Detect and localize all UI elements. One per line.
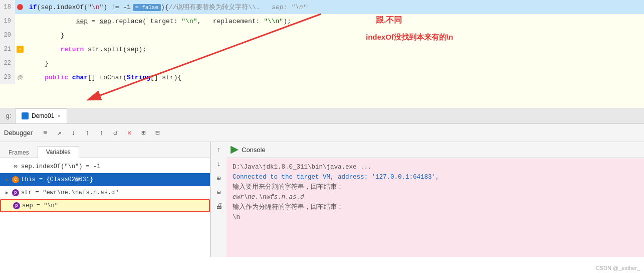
console-line-6: \n [233, 212, 638, 222]
code-content-21: return str.split(sep); [25, 46, 146, 53]
line-number-21: 21 [0, 42, 15, 56]
console-left-toolbar: ↑ ↓ ⊞ ⊟ 🖨 [210, 142, 227, 257]
tab-close-btn[interactable]: × [57, 113, 60, 119]
code-line-21: 21 ⚡ return str.split(sep); [0, 42, 644, 56]
console-label: Console [242, 146, 266, 154]
code-content-22: } [25, 60, 49, 67]
toolbar-watch-btn[interactable]: ⊟ [152, 127, 163, 139]
tab-frames[interactable]: Frames [0, 147, 38, 158]
toolbar-evaluate-btn[interactable]: ↺ [110, 127, 121, 139]
var-name-indexof: sep.indexOf("\n") = -1 [21, 163, 100, 170]
console-line-4: ewr\ne.\nwfs.n.as.d [233, 192, 638, 202]
line-icon-20 [15, 28, 25, 42]
var-name-sep: sep = "\n" [22, 202, 58, 209]
line-number-22: 22 [0, 56, 15, 70]
console-panel: Console D:\Java\jdk1.8.0_311\bin\java.ex… [227, 142, 644, 257]
toolbar-menu-btn[interactable]: ≡ [40, 127, 51, 139]
line-number-23: 23 [0, 70, 15, 84]
line-icon-21: ⚡ [15, 42, 25, 56]
line-icon-23: @ [15, 70, 25, 84]
tab-bar: g: Demo01 × [0, 108, 644, 124]
var-type-icon-sep: p [13, 202, 20, 209]
var-name-str: str = "ewr\ne.\nwfs.n.as.d" [21, 189, 118, 196]
debugger-label: Debugger [4, 129, 33, 136]
expand-icon-str: ▶ [4, 190, 10, 196]
watermark: CSDN @_esther_ [596, 265, 640, 271]
tab-name: Demo01 [32, 112, 54, 119]
toolbar-cross-btn[interactable]: ✕ [124, 127, 135, 139]
code-line-18: 18 if(sep.indexOf("\n") != -1= false){//… [0, 0, 644, 14]
console-fold-btn[interactable]: ⊞ [213, 172, 225, 184]
console-header: Console [227, 142, 644, 158]
toolbar-step-over-btn[interactable]: ↗ [54, 127, 65, 139]
code-content-18: if(sep.indexOf("\n") != -1= false){//说明有… [25, 3, 307, 12]
line-icon-19 [15, 14, 25, 28]
code-line-23: 23 @ public char[] toChar(String[] str){ [0, 70, 644, 84]
debugger-toolbar: Debugger ≡ ↗ ↓ ↑ ↑ ↺ ✕ ⊞ ⊟ [0, 124, 644, 142]
var-type-icon-str: p [12, 189, 19, 196]
console-line-3: 输入要用来分割的字符串，回车结束： [233, 182, 638, 192]
toolbar-run-to-cursor-btn[interactable]: ↑ [96, 127, 107, 139]
toolbar-calc-btn[interactable]: ⊞ [138, 127, 149, 139]
code-line-22: 22 } [0, 56, 644, 70]
code-content-19: sep = sep.replace( target: "\n", replace… [25, 18, 291, 25]
expand-icon-sep [5, 203, 11, 209]
console-line-2: Connected to the target VM, address: '12… [233, 172, 638, 182]
console-unfold-btn[interactable]: ⊟ [213, 186, 225, 198]
code-line-20: 20 } [0, 28, 644, 42]
console-print-btn[interactable]: 🖨 [213, 200, 225, 212]
tab-prefix: g: [2, 112, 15, 119]
variables-list: ∞ sep.indexOf("\n") = -1 ▶ C this = {Cla… [0, 158, 210, 257]
var-item-this[interactable]: ▶ C this = {Class02@631} [0, 173, 210, 186]
console-up-btn[interactable]: ↑ [213, 144, 225, 156]
code-content-23: public char[] toChar(String[] str){ [25, 74, 181, 81]
line-number-19: 19 [0, 14, 15, 28]
console-line-5: 输入作为分隔符的字符串，回车结束： [233, 202, 638, 212]
tab-variables[interactable]: Variables [38, 146, 79, 158]
tab-file-icon [22, 112, 29, 119]
console-area: ↑ ↓ ⊞ ⊟ 🖨 Console D:\Java\jdk1.8.0_311\b… [210, 142, 644, 257]
line-number-20: 20 [0, 28, 15, 42]
expand-icon-indexof [4, 164, 10, 170]
bottom-panels: Frames Variables ∞ sep.indexOf("\n") = -… [0, 142, 644, 257]
code-line-19: 19 sep = sep.replace( target: "\n", repl… [0, 14, 644, 28]
var-item-sep[interactable]: p sep = "\n" [0, 199, 210, 212]
console-line-1: D:\Java\jdk1.8.0_311\bin\java.exe ... [233, 162, 638, 172]
panel-tabs: Frames Variables [0, 142, 210, 158]
var-type-icon-indexof: ∞ [12, 163, 19, 170]
code-editor: 18 if(sep.indexOf("\n") != -1= false){//… [0, 0, 644, 108]
var-type-icon-this: C [12, 176, 19, 183]
var-item-str[interactable]: ▶ p str = "ewr\ne.\nwfs.n.as.d" [0, 186, 210, 199]
var-item-indexof[interactable]: ∞ sep.indexOf("\n") = -1 [0, 160, 210, 173]
expand-icon-this: ▶ [4, 177, 10, 183]
console-content: D:\Java\jdk1.8.0_311\bin\java.exe ... Co… [227, 158, 644, 257]
breakpoint-18 [15, 0, 25, 14]
toolbar-step-out-btn[interactable]: ↑ [82, 127, 93, 139]
left-panel: Frames Variables ∞ sep.indexOf("\n") = -… [0, 142, 210, 257]
tab-demo01[interactable]: Demo01 × [15, 108, 67, 123]
toolbar-step-into-btn[interactable]: ↓ [68, 127, 79, 139]
var-name-this: this = {Class02@631} [21, 176, 93, 183]
console-down-btn[interactable]: ↓ [213, 158, 225, 170]
console-play-icon [231, 146, 239, 154]
code-content-20: } [25, 32, 64, 39]
line-icon-22 [15, 56, 25, 70]
line-number-18: 18 [0, 0, 15, 14]
